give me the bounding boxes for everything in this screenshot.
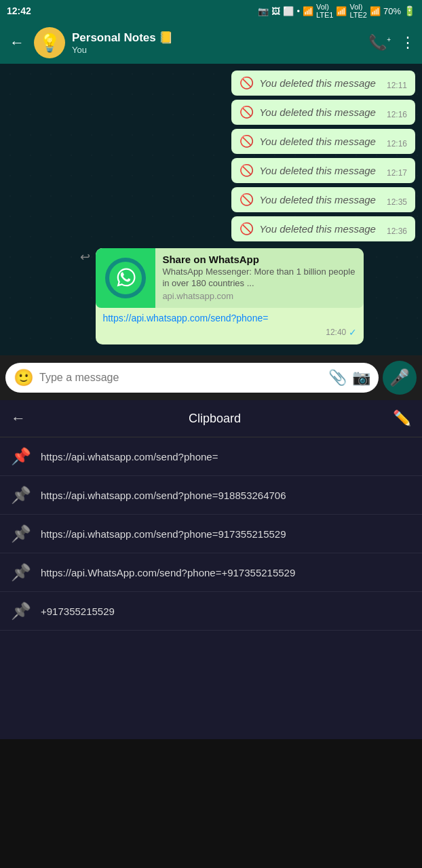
pin-icon-4: 📌 bbox=[11, 601, 31, 620]
vol-lte1: Vol)LTE1 bbox=[316, 3, 333, 19]
deleted-message-1: 🚫 You deleted this message 12:11 bbox=[231, 71, 415, 96]
back-button[interactable]: ← bbox=[7, 31, 27, 54]
deleted-text-3: You deleted this message bbox=[259, 136, 376, 147]
dot-status: • bbox=[296, 6, 300, 16]
share-time-row: 12:40 ✓ bbox=[102, 327, 357, 338]
clipboard-text-3: https://api.WhatsApp.com/send?phone=+917… bbox=[41, 566, 295, 580]
block-icon-6: 🚫 bbox=[239, 222, 254, 236]
share-time: 12:40 bbox=[326, 328, 346, 337]
vol-lte2: Vol)LTE2 bbox=[349, 3, 366, 19]
share-bubble-bottom: https://api.whatsapp.com/send?phone= 12:… bbox=[96, 308, 364, 344]
deleted-message-3: 🚫 You deleted this message 12:16 bbox=[231, 129, 415, 154]
clipboard-edit-button[interactable]: ✏️ bbox=[393, 410, 411, 427]
share-preview-info: Share on WhatsApp WhatsApp Messenger: Mo… bbox=[155, 248, 364, 308]
clipboard-item-2[interactable]: 📌 https://api.whatsapp.com/send?phone=91… bbox=[0, 515, 422, 553]
screen-status-icon: ⬜ bbox=[283, 6, 294, 16]
header-actions: 📞+ ⋮ bbox=[368, 34, 415, 52]
read-checkmark: ✓ bbox=[349, 327, 357, 338]
emoji-button[interactable]: 🙂 bbox=[14, 368, 34, 387]
share-link[interactable]: https://api.whatsapp.com/send?phone= bbox=[102, 313, 268, 323]
status-time: 12:42 bbox=[7, 5, 31, 16]
signal1-icon: 📶 bbox=[336, 6, 347, 16]
share-title: Share on WhatsApp bbox=[162, 254, 357, 265]
input-area: 🙂 📎 📷 bbox=[5, 363, 379, 393]
chat-area: 🚫 You deleted this message 12:11 🚫 You d… bbox=[0, 64, 422, 355]
message-input[interactable] bbox=[39, 372, 323, 384]
clipboard-text-1: https://api.whatsapp.com/send?phone=9188… bbox=[41, 488, 286, 502]
message-input-bar: 🙂 📎 📷 🎤 bbox=[0, 355, 422, 400]
chat-name: Personal Notes 📒 bbox=[72, 31, 362, 45]
clipboard-item-3[interactable]: 📌 https://api.WhatsApp.com/send?phone=+9… bbox=[0, 553, 422, 592]
pin-icon-0: 📌 bbox=[11, 447, 31, 466]
header-info: Personal Notes 📒 You bbox=[72, 31, 362, 55]
camera-button[interactable]: 📷 bbox=[352, 369, 370, 387]
reply-icon[interactable]: ↩ bbox=[80, 250, 90, 264]
wifi-icon: 📶 bbox=[303, 6, 313, 16]
deleted-message-5: 🚫 You deleted this message 12:35 bbox=[231, 187, 415, 212]
block-icon-3: 🚫 bbox=[239, 134, 254, 149]
clipboard-panel: ← Clipboard ✏️ 📌 https://api.whatsapp.co… bbox=[0, 400, 422, 739]
clipboard-text-4: +917355215529 bbox=[41, 604, 115, 618]
clipboard-item-4[interactable]: 📌 +917355215529 bbox=[0, 592, 422, 631]
clipboard-item-1[interactable]: 📌 https://api.whatsapp.com/send?phone=91… bbox=[0, 476, 422, 515]
clipboard-text-0: https://api.whatsapp.com/send?phone= bbox=[41, 450, 218, 464]
signal2-icon: 📶 bbox=[370, 6, 381, 16]
status-icons: 📷 🖼 ⬜ • 📶 Vol)LTE1 📶 Vol)LTE2 📶 70% 🔋 bbox=[258, 3, 415, 19]
deleted-time-5: 12:35 bbox=[387, 197, 407, 207]
block-icon-4: 🚫 bbox=[239, 163, 254, 178]
mic-button[interactable]: 🎤 bbox=[383, 361, 417, 395]
deleted-text-5: You deleted this message bbox=[259, 194, 376, 205]
whatsapp-icon bbox=[105, 258, 146, 298]
deleted-message-4: 🚫 You deleted this message 12:17 bbox=[231, 158, 415, 183]
chat-sub: You bbox=[72, 45, 362, 55]
call-add-icon[interactable]: 📞+ bbox=[368, 34, 391, 52]
deleted-time-6: 12:36 bbox=[387, 226, 407, 236]
camera-status-icon: 📷 bbox=[258, 6, 269, 16]
pin-icon-2: 📌 bbox=[11, 524, 31, 543]
more-options-icon[interactable]: ⋮ bbox=[400, 34, 415, 52]
share-description: WhatsApp Messenger: More than 1 billion … bbox=[162, 267, 357, 290]
deleted-text-4: You deleted this message bbox=[259, 165, 376, 176]
attach-button[interactable]: 📎 bbox=[328, 369, 347, 387]
deleted-time-4: 12:17 bbox=[387, 168, 407, 178]
gallery-status-icon: 🖼 bbox=[271, 6, 280, 16]
svg-point-0 bbox=[109, 262, 142, 294]
whatsapp-logo-image bbox=[96, 248, 155, 308]
block-icon-1: 🚫 bbox=[239, 76, 254, 90]
clipboard-text-2: https://api.whatsapp.com/send?phone=9173… bbox=[41, 527, 286, 541]
clipboard-title: Clipboard bbox=[37, 412, 393, 426]
share-bubble: Share on WhatsApp WhatsApp Messenger: Mo… bbox=[96, 248, 364, 344]
pin-icon-1: 📌 bbox=[11, 486, 31, 505]
deleted-time-3: 12:16 bbox=[387, 139, 407, 149]
block-icon-5: 🚫 bbox=[239, 193, 254, 207]
share-domain: api.whatsapp.com bbox=[162, 291, 357, 302]
deleted-time-2: 12:16 bbox=[387, 110, 407, 119]
clipboard-back-button[interactable]: ← bbox=[11, 410, 26, 427]
deleted-text-1: You deleted this message bbox=[259, 77, 376, 89]
share-preview: Share on WhatsApp WhatsApp Messenger: Mo… bbox=[96, 248, 364, 308]
avatar: 💡 bbox=[34, 27, 65, 58]
clipboard-item-0[interactable]: 📌 https://api.whatsapp.com/send?phone= bbox=[0, 437, 422, 476]
deleted-message-2: 🚫 You deleted this message 12:16 bbox=[231, 100, 415, 125]
pin-icon-3: 📌 bbox=[11, 563, 31, 582]
clipboard-header: ← Clipboard ✏️ bbox=[0, 400, 422, 437]
chat-header: ← 💡 Personal Notes 📒 You 📞+ ⋮ bbox=[0, 22, 422, 64]
status-bar: 12:42 📷 🖼 ⬜ • 📶 Vol)LTE1 📶 Vol)LTE2 📶 70… bbox=[0, 0, 422, 22]
deleted-time-1: 12:11 bbox=[387, 81, 407, 90]
deleted-text-6: You deleted this message bbox=[259, 223, 376, 235]
share-bubble-container: ↩ Share on WhatsApp WhatsApp Messenger: … bbox=[80, 245, 415, 344]
battery-icon: 🔋 bbox=[404, 5, 415, 16]
battery-text: 70% bbox=[383, 6, 401, 16]
deleted-text-2: You deleted this message bbox=[259, 106, 376, 118]
block-icon-2: 🚫 bbox=[239, 105, 254, 119]
deleted-message-6: 🚫 You deleted this message 12:36 bbox=[231, 216, 415, 241]
